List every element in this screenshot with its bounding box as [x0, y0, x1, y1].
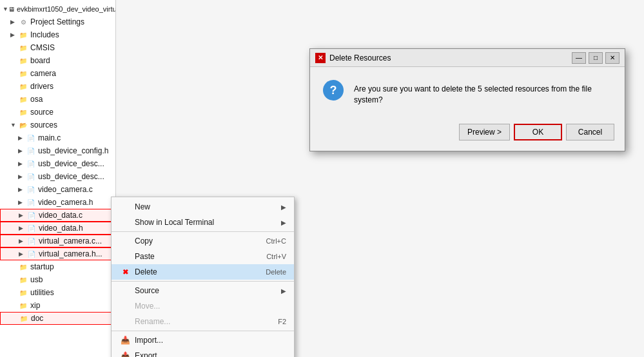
- virtual-cam-c-label: virtual_camera.c...: [39, 236, 102, 246]
- tree-xip[interactable]: 📁 xip: [0, 299, 115, 312]
- copy-icon: [119, 235, 131, 247]
- delete-resources-dialog: ✕ Delete Resources — □ ✕: [309, 48, 625, 151]
- menu-item-import[interactable]: 📥 Import...: [112, 333, 294, 348]
- tree-video-data-c[interactable]: ▶ 📄 video_data.c: [0, 209, 115, 222]
- usb-desc-h-icon: 📄: [26, 171, 36, 182]
- usb-desc-c-label: usb_device_desc...: [38, 159, 104, 168]
- xip-label: xip: [30, 301, 40, 310]
- new-label: New: [135, 202, 277, 211]
- tree-includes[interactable]: ▶ 📁 Includes: [0, 28, 115, 41]
- tree-doc[interactable]: 📁 doc: [0, 312, 115, 325]
- usb-folder-icon: 📁: [18, 275, 28, 285]
- menu-item-source[interactable]: Source ▶: [112, 283, 294, 298]
- tree-startup[interactable]: 📁 startup: [0, 260, 115, 273]
- tree-root[interactable]: ▼ 🖥 evkbimxrt1050_dev_video_virtual_came…: [0, 3, 115, 15]
- includes-arrow: ▶: [10, 32, 18, 38]
- menu-item-paste[interactable]: Paste Ctrl+V: [112, 249, 294, 264]
- tree-video-data-h[interactable]: ▶ 📄 video_data.h: [0, 222, 115, 235]
- menu-item-copy[interactable]: Copy Ctrl+C: [112, 233, 294, 249]
- video-cam-c-label: video_camera.c: [38, 185, 93, 194]
- dialog-close-button[interactable]: ✕: [605, 52, 620, 64]
- utilities-folder-icon: 📁: [18, 287, 28, 298]
- menu-item-show-terminal[interactable]: Show in Local Terminal ▶: [112, 215, 294, 230]
- tree-drivers[interactable]: 📁 drivers: [0, 80, 115, 93]
- video-data-c-arrow: ▶: [19, 212, 26, 218]
- tree-board[interactable]: 📁 board: [0, 54, 115, 67]
- dialog-message: Are you sure you want to delete the 5 se…: [354, 80, 612, 106]
- video-data-c-icon: 📄: [26, 210, 37, 220]
- source-folder-icon: 📁: [18, 107, 28, 117]
- menu-item-rename: Rename... F2: [112, 314, 294, 329]
- sep3: [112, 331, 294, 331]
- paste-shortcut: Ctrl+V: [266, 253, 286, 260]
- dialog-buttons: Preview > OK Cancel: [310, 119, 625, 151]
- menu-item-delete[interactable]: ✖ Delete Delete: [112, 264, 294, 280]
- virtual-cam-c-icon: 📄: [26, 236, 37, 246]
- usb-desc-c-arrow: ▶: [18, 160, 26, 167]
- dialog-title: Delete Resources: [329, 53, 572, 63]
- source-arrow: ▶: [281, 287, 286, 294]
- tree-usb[interactable]: 📁 usb: [0, 273, 115, 286]
- terminal-label: Show in Local Terminal: [135, 218, 277, 227]
- source-label: source: [30, 108, 54, 117]
- tree-cmsis[interactable]: 📁 CMSIS: [0, 41, 115, 54]
- tree-usb-desc-c[interactable]: ▶ 📄 usb_device_desc...: [0, 157, 115, 170]
- tree-utilities[interactable]: 📁 utilities: [0, 286, 115, 299]
- tree-main-c[interactable]: ▶ 📄 main.c: [0, 131, 115, 144]
- board-label: board: [30, 56, 50, 65]
- tree-usb-config[interactable]: ▶ 📄 usb_device_config.h: [0, 144, 115, 157]
- cmsis-folder-icon: 📁: [18, 43, 28, 53]
- import-label: Import...: [135, 336, 286, 345]
- settings-icon: ⚙: [18, 17, 28, 27]
- tree-source[interactable]: 📁 source: [0, 106, 115, 119]
- menu-item-new[interactable]: New ▶: [112, 199, 294, 215]
- tree-virtual-camera-h[interactable]: ▶ 📄 virtual_camera.h...: [0, 247, 115, 260]
- utilities-label: utilities: [30, 288, 54, 297]
- menu-item-export[interactable]: 📤 Export...: [112, 348, 294, 357]
- tree-osa[interactable]: 📁 osa: [0, 93, 115, 106]
- usb-config-icon: 📄: [26, 146, 36, 156]
- cancel-button[interactable]: Cancel: [566, 124, 614, 140]
- dialog-minimize-button[interactable]: —: [572, 52, 586, 64]
- usb-config-arrow: ▶: [18, 148, 26, 154]
- source-icon: [119, 285, 131, 296]
- sep2: [112, 281, 294, 282]
- board-folder-icon: 📁: [18, 55, 28, 66]
- question-icon: ?: [323, 80, 344, 101]
- tree-sources[interactable]: ▼ 📂 sources: [0, 119, 115, 131]
- export-label: Export...: [135, 351, 286, 357]
- new-icon: [119, 201, 131, 213]
- preview-button[interactable]: Preview >: [459, 124, 510, 140]
- usb-label: usb: [30, 275, 43, 284]
- main-c-arrow: ▶: [18, 135, 26, 141]
- tree-virtual-camera-c[interactable]: ▶ 📄 virtual_camera.c...: [0, 235, 115, 247]
- move-label: Move...: [135, 302, 286, 311]
- context-menu: New ▶ Show in Local Terminal ▶ Copy Ctrl…: [111, 197, 295, 357]
- project-icon: 🖥: [8, 4, 15, 14]
- osa-label: osa: [30, 95, 43, 104]
- tree-video-camera-c[interactable]: ▶ 📄 video_camera.c: [0, 183, 115, 196]
- usb-desc-h-label: usb_device_desc...: [38, 172, 104, 181]
- tree-camera[interactable]: 📁 camera: [0, 67, 115, 80]
- dialog-titlebar-icon: ✕: [315, 53, 326, 63]
- video-cam-h-arrow: ▶: [18, 199, 26, 206]
- sources-label: sources: [30, 121, 57, 130]
- ok-button[interactable]: OK: [514, 124, 562, 140]
- delete-label: Delete: [135, 267, 266, 276]
- video-data-h-arrow: ▶: [19, 225, 26, 231]
- dialog-maximize-button[interactable]: □: [589, 52, 603, 64]
- virtual-cam-h-icon: 📄: [26, 249, 37, 259]
- export-icon: 📤: [119, 350, 131, 357]
- virtual-cam-h-label: virtual_camera.h...: [39, 249, 102, 258]
- sources-arrow: ▼: [10, 122, 18, 128]
- sources-folder-icon: 📂: [18, 120, 28, 130]
- includes-folder-icon: 📁: [18, 30, 28, 40]
- xip-folder-icon: 📁: [18, 300, 28, 311]
- tree-project-settings[interactable]: ▶ ⚙ Project Settings: [0, 15, 115, 28]
- root-arrow: ▼: [3, 6, 8, 12]
- minimize-icon: —: [576, 54, 582, 61]
- delete-shortcut: Delete: [266, 268, 286, 276]
- tree-video-camera-h[interactable]: ▶ 📄 video_camera.h: [0, 196, 115, 209]
- tree-usb-desc-h[interactable]: ▶ 📄 usb_device_desc...: [0, 170, 115, 183]
- dialog-titlebar: ✕ Delete Resources — □ ✕: [310, 49, 625, 67]
